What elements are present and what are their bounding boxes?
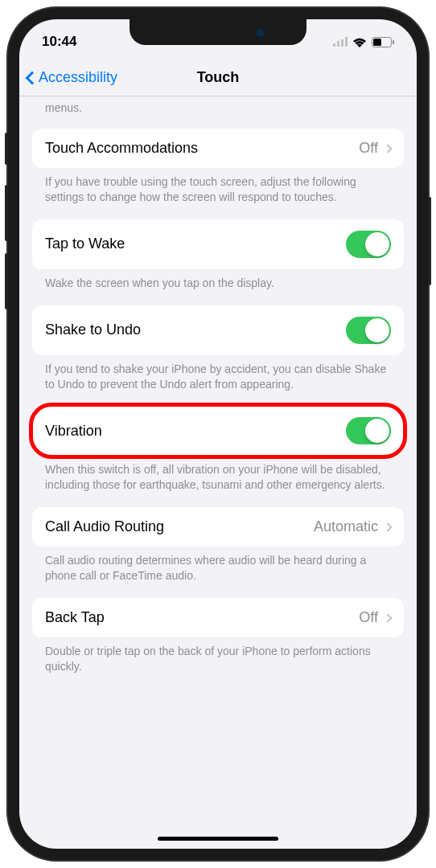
wifi-icon	[352, 37, 367, 47]
notch	[130, 19, 306, 45]
chevron-right-icon	[383, 613, 392, 622]
row-label: Back Tap	[45, 609, 105, 626]
nav-bar: Accessibility Touch	[19, 59, 417, 96]
svg-rect-5	[373, 39, 381, 46]
svg-rect-0	[333, 43, 335, 47]
chevron-left-icon	[26, 71, 39, 84]
svg-rect-3	[345, 37, 348, 47]
footer-text: Wake the screen when you tap on the disp…	[19, 269, 417, 291]
previous-footer-text: menus.	[19, 96, 417, 114]
vibration-row[interactable]: Vibration	[32, 406, 404, 456]
page-title: Touch	[197, 69, 240, 86]
row-label: Tap to Wake	[45, 235, 125, 252]
shake-to-undo-toggle[interactable]	[346, 317, 391, 344]
content[interactable]: menus. Touch Accommodations Off If you h…	[19, 96, 417, 849]
footer-text: Call audio routing determines where audi…	[19, 547, 417, 583]
footer-text: If you tend to shake your iPhone by acci…	[19, 355, 417, 392]
phone-frame: 10:44 Accessibility Touch menus.	[8, 8, 428, 860]
row-label: Touch Accommodations	[45, 140, 198, 157]
shake-to-undo-row[interactable]: Shake to Undo	[32, 305, 404, 355]
row-value: Off	[359, 609, 378, 626]
footer-text: When this switch is off, all vibration o…	[19, 456, 417, 493]
screen: 10:44 Accessibility Touch menus.	[19, 19, 417, 849]
svg-rect-1	[337, 41, 339, 47]
row-label: Vibration	[45, 423, 102, 440]
back-tap-row[interactable]: Back Tap Off	[32, 598, 404, 637]
volume-up-button	[5, 185, 8, 241]
volume-down-button	[5, 253, 8, 309]
tap-to-wake-row[interactable]: Tap to Wake	[32, 219, 404, 269]
touch-accommodations-row[interactable]: Touch Accommodations Off	[32, 129, 404, 168]
svg-rect-2	[341, 39, 343, 47]
home-indicator[interactable]	[158, 837, 278, 841]
footer-text: If you have trouble using the touch scre…	[19, 168, 417, 205]
chevron-right-icon	[383, 522, 392, 531]
row-label: Shake to Undo	[45, 321, 141, 338]
mute-switch	[5, 133, 8, 165]
battery-icon	[372, 37, 394, 47]
footer-text: Double or triple tap on the back of your…	[19, 637, 417, 674]
vibration-toggle[interactable]	[346, 417, 391, 444]
row-label: Call Audio Routing	[45, 518, 164, 535]
power-button	[428, 197, 431, 285]
cellular-icon	[333, 37, 348, 47]
call-audio-routing-row[interactable]: Call Audio Routing Automatic	[32, 507, 404, 547]
row-value: Off	[359, 140, 378, 157]
svg-rect-6	[393, 40, 394, 44]
chevron-right-icon	[383, 144, 392, 153]
row-value: Automatic	[314, 518, 378, 535]
back-label: Accessibility	[39, 69, 117, 86]
back-button[interactable]: Accessibility	[27, 69, 117, 86]
tap-to-wake-toggle[interactable]	[346, 231, 391, 258]
status-time: 10:44	[42, 34, 76, 50]
